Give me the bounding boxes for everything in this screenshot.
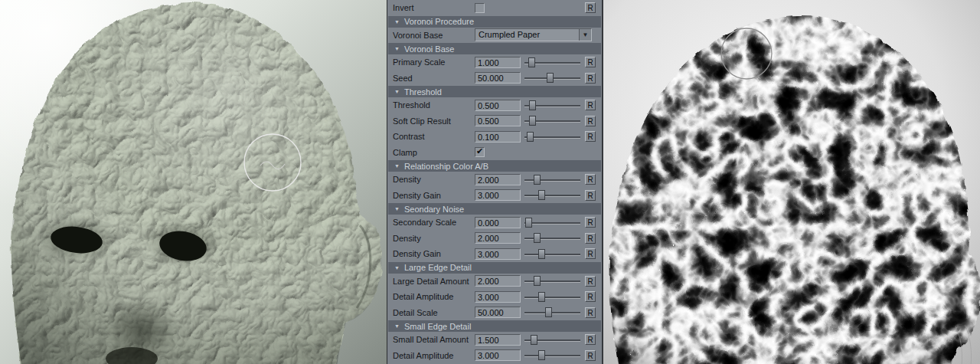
slider[interactable] bbox=[524, 72, 580, 84]
slider-handle[interactable] bbox=[538, 292, 545, 302]
slider[interactable] bbox=[524, 275, 580, 287]
reset-button[interactable]: R bbox=[585, 307, 596, 318]
slider[interactable] bbox=[524, 131, 580, 143]
dropdown-arrow-icon[interactable]: ▼ bbox=[579, 29, 591, 41]
properties-panel: Invert R ▼ Voronoi Procedure Voronoi Bas… bbox=[387, 0, 603, 364]
slider-handle[interactable] bbox=[545, 307, 552, 317]
checkbox[interactable] bbox=[475, 3, 485, 13]
slider-handle[interactable] bbox=[527, 132, 534, 142]
reset-button[interactable]: R bbox=[585, 291, 596, 302]
slider-track bbox=[524, 254, 580, 255]
value-field[interactable]: 2.000 bbox=[475, 232, 521, 244]
collapse-arrow-icon[interactable]: ▼ bbox=[394, 163, 400, 169]
collapse-arrow-icon[interactable]: ▼ bbox=[394, 323, 400, 329]
slider[interactable] bbox=[524, 307, 580, 318]
slider-handle[interactable] bbox=[529, 100, 536, 110]
slider[interactable] bbox=[524, 57, 580, 68]
value-field[interactable]: 1.000 bbox=[475, 57, 521, 68]
slider[interactable] bbox=[524, 189, 580, 201]
section-label: Large Edge Detail bbox=[404, 263, 472, 272]
parameter-label: Threshold bbox=[393, 100, 475, 110]
collapse-arrow-icon[interactable]: ▼ bbox=[394, 19, 400, 25]
section-label: Seondary Noise bbox=[404, 205, 464, 214]
value-field[interactable]: 2.000 bbox=[475, 275, 521, 287]
dropdown[interactable]: Crumpled Paper ▼ bbox=[475, 28, 592, 41]
slider-handle[interactable] bbox=[534, 233, 541, 243]
collapse-arrow-icon[interactable]: ▼ bbox=[394, 265, 400, 271]
value-field[interactable]: 0.500 bbox=[475, 115, 521, 126]
slider-handle[interactable] bbox=[525, 218, 532, 228]
slider[interactable] bbox=[524, 334, 580, 346]
slider-handle[interactable] bbox=[538, 249, 545, 259]
slider-handle[interactable] bbox=[547, 73, 554, 83]
slider[interactable] bbox=[524, 349, 580, 361]
value-field[interactable]: 1.500 bbox=[475, 334, 521, 346]
slider[interactable] bbox=[524, 291, 580, 303]
value-field[interactable]: 50.000 bbox=[475, 307, 521, 318]
parameter-label: Detail Scale bbox=[393, 308, 475, 317]
section-header-relationship-color-a-b[interactable]: ▼ Relationship Color A/B bbox=[388, 160, 601, 172]
parameter-label: Density Gain bbox=[393, 191, 475, 200]
slider-handle[interactable] bbox=[528, 57, 535, 67]
reset-button[interactable]: R bbox=[585, 174, 596, 185]
slider[interactable] bbox=[524, 217, 580, 228]
section-header-threshold[interactable]: ▼ Threshold bbox=[388, 86, 601, 97]
section-header-seondary-noise[interactable]: ▼ Seondary Noise bbox=[388, 203, 601, 215]
section-label: Small Edge Detail bbox=[404, 322, 471, 331]
reset-button[interactable]: R bbox=[585, 248, 596, 259]
slider-handle[interactable] bbox=[534, 175, 541, 185]
slider[interactable] bbox=[524, 174, 580, 185]
slider[interactable] bbox=[524, 232, 580, 244]
slider-track bbox=[524, 195, 580, 196]
row-large-detail-amount: Large Detail Amount 2.000 R bbox=[387, 274, 602, 290]
row-invert: Invert R bbox=[387, 0, 602, 16]
reset-button[interactable]: R bbox=[585, 217, 596, 228]
reset-button[interactable]: R bbox=[585, 57, 596, 67]
section-label: Voronoi Base bbox=[404, 44, 454, 54]
value-field[interactable]: 0.000 bbox=[475, 217, 521, 228]
slider-handle[interactable] bbox=[538, 350, 545, 360]
row-voronoi-base: Voronoi Base Crumpled Paper ▼ bbox=[387, 28, 602, 44]
slider-handle[interactable] bbox=[534, 276, 541, 286]
value-field[interactable]: 3.000 bbox=[475, 349, 521, 361]
checkbox[interactable]: ✔ bbox=[475, 147, 485, 157]
slider-handle[interactable] bbox=[538, 190, 545, 200]
reset-button[interactable]: R bbox=[585, 350, 596, 361]
collapse-arrow-icon[interactable]: ▼ bbox=[394, 46, 400, 51]
slider[interactable] bbox=[524, 248, 580, 260]
slider[interactable] bbox=[524, 100, 580, 111]
reset-button[interactable]: R bbox=[585, 233, 596, 244]
reset-button[interactable]: R bbox=[585, 131, 596, 142]
parameter-label: Density bbox=[393, 234, 475, 243]
collapse-arrow-icon[interactable]: ▼ bbox=[394, 89, 400, 94]
viewport-sculpt[interactable] bbox=[0, 0, 387, 364]
section-label: Voronoi Procedure bbox=[404, 17, 474, 26]
value-field[interactable]: 2.000 bbox=[475, 174, 521, 185]
value-field[interactable]: 3.000 bbox=[475, 291, 521, 303]
value-field[interactable]: 50.000 bbox=[475, 72, 521, 84]
collapse-arrow-icon[interactable]: ▼ bbox=[394, 206, 400, 212]
viewport-texture-preview[interactable] bbox=[603, 0, 980, 364]
reset-button[interactable]: R bbox=[585, 116, 596, 126]
reset-button[interactable]: R bbox=[585, 73, 596, 84]
reset-button[interactable]: R bbox=[585, 334, 596, 345]
reset-button[interactable]: R bbox=[585, 190, 596, 201]
slider[interactable] bbox=[524, 115, 580, 126]
value-field[interactable]: 0.100 bbox=[475, 131, 521, 143]
reset-button[interactable]: R bbox=[585, 100, 596, 110]
value-field[interactable]: 3.000 bbox=[475, 248, 521, 260]
section-header-small-edge-detail[interactable]: ▼ Small Edge Detail bbox=[388, 320, 601, 332]
row-threshold: Threshold 0.500 R bbox=[387, 97, 602, 113]
section-header-voronoi-procedure[interactable]: ▼ Voronoi Procedure bbox=[388, 16, 601, 28]
row-soft-clip-result: Soft Clip Result 0.500 R bbox=[387, 113, 602, 130]
value-field[interactable]: 3.000 bbox=[475, 189, 521, 201]
row-seed: Seed 50.000 R bbox=[387, 71, 602, 87]
row-density: Density 2.000 R bbox=[387, 172, 602, 188]
slider-handle[interactable] bbox=[531, 335, 537, 345]
reset-button[interactable]: R bbox=[585, 2, 596, 13]
slider-handle[interactable] bbox=[529, 116, 536, 126]
section-header-large-edge-detail[interactable]: ▼ Large Edge Detail bbox=[388, 262, 601, 274]
section-header-voronoi-base[interactable]: ▼ Voronoi Base bbox=[388, 43, 601, 54]
value-field[interactable]: 0.500 bbox=[475, 100, 521, 111]
reset-button[interactable]: R bbox=[585, 276, 596, 287]
